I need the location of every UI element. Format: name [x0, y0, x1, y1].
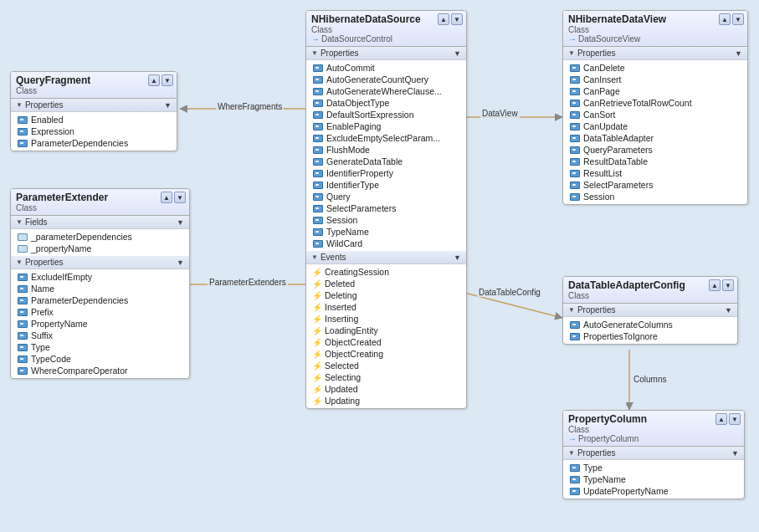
nhibernate-datasource-header: NHibernateDataSource Class → DataSourceC… [306, 11, 466, 47]
list-item: ⚡ObjectCreated [306, 336, 466, 348]
nhibernate-dataview-title: NHibernateDataView [568, 13, 742, 25]
fields-section-header[interactable]: ▼ Fields ▼ [11, 216, 189, 229]
data-view-label: DataView [480, 109, 520, 118]
list-item: Type [563, 462, 744, 473]
nhibernate-datasource-collapse[interactable]: ▲ [438, 13, 449, 25]
parameter-extender-title: ParameterExtender [16, 192, 184, 203]
nhibernate-datasource-filter[interactable]: ▼ [451, 13, 463, 25]
list-item: WildCard [306, 238, 466, 249]
member-label: Type [31, 342, 50, 352]
list-item: SelectParameters [306, 202, 466, 214]
parameter-extender-header: ParameterExtender Class ▲ ▼ [11, 189, 189, 216]
nhibernate-datasource-parent: → DataSourceControl [311, 34, 461, 43]
event-icon: ⚡ [313, 384, 321, 394]
list-item: Suffix [11, 330, 189, 341]
properties-label: Properties [321, 49, 359, 58]
properties-label: Properties [25, 258, 64, 267]
data-table-config-label: DataTableConfig [477, 288, 542, 297]
prop-icon [18, 297, 28, 304]
list-item: ⚡Selected [306, 360, 466, 371]
list-item: ResultList [563, 167, 747, 179]
list-item: CanUpdate [563, 120, 747, 132]
member-label: WhereCompareOperator [31, 366, 128, 376]
list-item: PropertiesToIgnore [563, 330, 737, 342]
list-item: DataTableAdapter [563, 132, 747, 144]
query-fragment-box: QueryFragment Class ▲ ▼ ▼ Properties ▼ E… [10, 71, 177, 151]
list-item: CanRetrieveTotalRowCount [563, 97, 747, 109]
nhds-events-section[interactable]: ▼ Events ▼ [306, 251, 466, 264]
list-item: ExcludeIfEmpty [11, 271, 189, 283]
member-label: TypeCode [31, 354, 71, 364]
event-icon: ⚡ [313, 314, 321, 324]
member-label: Enabled [31, 115, 64, 125]
list-item: _parameterDependencies [11, 231, 189, 243]
query-fragment-collapse[interactable]: ▲ [148, 74, 160, 86]
property-column-filter[interactable]: ▼ [729, 413, 741, 425]
data-table-adapter-config-header: DataTableAdapterConfig Class ▲ ▼ [563, 277, 737, 304]
list-item: QueryParameters [563, 144, 747, 156]
pe-properties-section-header[interactable]: ▼ Properties ▼ [11, 256, 189, 269]
pc-properties-section[interactable]: ▼ Properties ▼ [563, 447, 744, 460]
member-label: ParameterDependencies [31, 295, 128, 305]
nhdv-properties-section[interactable]: ▼ Properties ▼ [563, 47, 747, 60]
data-table-adapter-config-stereotype: Class [568, 291, 732, 300]
property-column-collapse[interactable]: ▲ [715, 413, 727, 425]
list-item: Expression [11, 125, 177, 137]
list-item: ⚡Updated [306, 383, 466, 395]
member-label: Name [31, 284, 54, 294]
list-item: Type [11, 341, 189, 353]
event-icon: ⚡ [313, 372, 321, 382]
prop-icon [18, 140, 28, 147]
list-item: ⚡Selecting [306, 371, 466, 383]
event-icon: ⚡ [313, 349, 321, 359]
dtac-properties-section[interactable]: ▼ Properties ▼ [563, 304, 737, 317]
nhibernate-dataview-filter[interactable]: ▼ [732, 13, 744, 25]
section-filter-icon[interactable]: ▼ [164, 101, 172, 110]
nhibernate-datasource-box: NHibernateDataSource Class → DataSourceC… [305, 10, 467, 409]
parameter-extender-properties: ExcludeIfEmpty Name ParameterDependencie… [11, 269, 189, 378]
list-item: PropertyName [11, 318, 189, 330]
list-item: AutoGenerateColumns [563, 319, 737, 330]
query-fragment-properties-section[interactable]: ▼ Properties ▼ [11, 99, 177, 112]
property-column-properties: Type TypeName UpdatePropertyName [563, 460, 744, 499]
svg-line-3 [464, 293, 562, 318]
where-fragments-label: WhereFragments [216, 102, 284, 111]
list-item: UpdatePropertyName [563, 485, 744, 497]
prop-icon [18, 344, 28, 351]
list-item: ⚡ObjectCreating [306, 348, 466, 360]
member-label: _propertyName [31, 243, 91, 253]
section-collapse-icon: ▼ [16, 101, 23, 109]
prop-icon [18, 320, 28, 328]
list-item: Session [563, 191, 747, 202]
list-item: Enabled [11, 114, 177, 125]
query-fragment-properties: Enabled Expression ParameterDependencies [11, 112, 177, 151]
list-item: ⚡LoadingEntity [306, 325, 466, 336]
parameter-extender-collapse[interactable]: ▲ [161, 192, 172, 203]
nhibernate-datasource-properties: AutoCommit AutoGenerateCountQuery AutoGe… [306, 60, 466, 251]
list-item: ⚡Deleting [306, 289, 466, 301]
list-item: Session [306, 214, 466, 226]
prop-icon [18, 367, 28, 375]
nhibernate-dataview-collapse[interactable]: ▲ [719, 13, 731, 25]
data-table-adapter-config-filter[interactable]: ▼ [722, 279, 734, 291]
data-table-adapter-config-box: DataTableAdapterConfig Class ▲ ▼ ▼ Prope… [562, 276, 738, 345]
field-icon [18, 245, 28, 253]
list-item: FlushMode [306, 144, 466, 156]
properties-label: Properties [25, 100, 64, 110]
query-fragment-filter[interactable]: ▼ [162, 74, 173, 86]
data-table-adapter-config-collapse[interactable]: ▲ [709, 279, 721, 291]
event-icon: ⚡ [313, 337, 321, 347]
columns-label: Columns [632, 375, 668, 384]
list-item: ExcludeEmptySelectParam... [306, 132, 466, 144]
parameter-extender-stereotype: Class [16, 203, 184, 212]
events-label: Events [321, 253, 346, 262]
parameter-extender-filter[interactable]: ▼ [174, 192, 186, 203]
prop-icon [18, 128, 28, 136]
nhds-properties-section[interactable]: ▼ Properties ▼ [306, 47, 466, 60]
data-table-adapter-config-properties: AutoGenerateColumns PropertiesToIgnore [563, 317, 737, 344]
member-label: Prefix [31, 307, 54, 317]
list-item: Query [306, 191, 466, 202]
property-column-box: PropertyColumn Class → PropertyColumn ▲ … [562, 410, 745, 499]
parameter-extender-fields: _parameterDependencies _propertyName [11, 229, 189, 256]
list-item: ParameterDependencies [11, 137, 177, 149]
